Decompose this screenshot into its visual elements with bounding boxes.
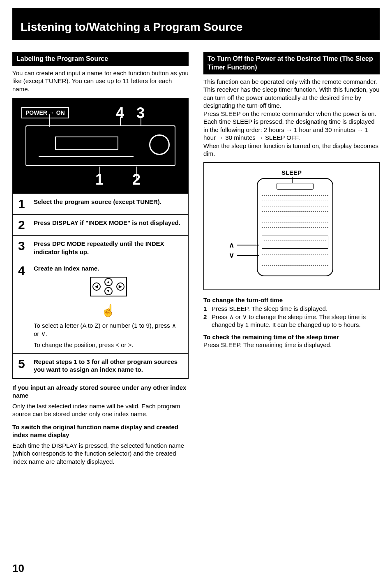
step-4-sub1: To select a letter (A to Z) or number (1… [34, 322, 183, 338]
list-item: 2 Press ∧ or ∨ to change the sleep time.… [203, 313, 380, 329]
remote-outline-icon: ∧ ∨ [257, 178, 333, 276]
note1-body: Only the last selected index name will b… [12, 402, 189, 418]
step-number: 4 [18, 264, 28, 277]
receiver-outline [25, 125, 175, 166]
step-number: 2 [18, 219, 28, 231]
down-symbol: ∨ [229, 251, 234, 260]
down-arrow-icon: ▼ [104, 287, 113, 295]
callout-line [237, 255, 259, 256]
step-text: Press DISPLAY if "INDEX MODE" is not dis… [34, 219, 183, 227]
step-text: Create an index name. ◀ ▶ ▲ ▼ ☝ To selec… [34, 264, 183, 349]
change-time-steps: 1 Press SLEEP. The sleep time is display… [203, 305, 380, 329]
manual-page: Listening to/Watching a Program Source L… [0, 0, 392, 581]
step-number: 3 [18, 240, 28, 252]
list-number: 2 [203, 313, 209, 329]
list-text: Press SLEEP. The sleep time is displayed… [212, 305, 327, 313]
sleep-p3: Press SLEEP on the remote commander when… [203, 110, 380, 142]
step-number: 5 [18, 358, 28, 370]
hand-pointer-icon: ☝ [34, 303, 183, 318]
right-column: To Turn Off the Power at the Desired Tim… [203, 52, 380, 465]
list-item: 1 Press SLEEP. The sleep time is display… [203, 305, 380, 313]
left-arrow-icon: ◀ [92, 282, 101, 291]
note1-heading: If you input an already stored source un… [12, 384, 189, 400]
sleep-label: SLEEP [212, 169, 371, 177]
check-time-heading: To check the remaining time of the sleep… [203, 333, 380, 341]
callout-line [120, 117, 121, 125]
list-number: 1 [203, 305, 209, 313]
step-4: 4 Create an index name. ◀ ▶ ▲ ▼ ☝ To sel… [13, 260, 188, 353]
sleep-p4: When the sleep timer function is turned … [203, 142, 380, 158]
callout-line [237, 245, 259, 245]
right-subheading: To Turn Off the Power at the Desired Tim… [203, 52, 380, 74]
dpad-icon: ◀ ▶ ▲ ▼ [90, 277, 127, 301]
check-time-body: Press SLEEP. The remaining time is displ… [203, 341, 380, 349]
sleep-p1: This function can be operated only with … [203, 78, 380, 86]
step-text: Repeat steps 1 to 3 for all other progra… [34, 358, 183, 374]
remote-display-icon [277, 183, 314, 190]
step-text: Press DPC MODE repeatedly until the INDE… [34, 240, 183, 256]
left-intro-text: You can create and input a name for each… [12, 69, 189, 93]
callout-line [49, 114, 50, 127]
list-text: Press ∧ or ∨ to change the sleep time. T… [212, 313, 380, 329]
page-title: Listening to/Watching a Program Source [12, 8, 380, 40]
two-column-layout: Labeling the Program Source You can crea… [12, 52, 380, 465]
right-arrow-icon: ▶ [116, 282, 125, 291]
callout-line [99, 167, 100, 181]
step-3: 3 Press DPC MODE repeatedly until the IN… [13, 235, 188, 260]
note2-heading: To switch the original function name dis… [12, 423, 189, 439]
power-on-label: POWER → ON [21, 107, 69, 118]
change-time-heading: To change the turn-off time [203, 296, 380, 304]
step-2: 2 Press DISPLAY if "INDEX MODE" is not d… [13, 214, 188, 235]
up-symbol: ∧ [229, 241, 234, 250]
left-subheading: Labeling the Program Source [12, 52, 189, 66]
display-icon [55, 137, 118, 150]
up-arrow-icon: ▲ [104, 278, 113, 286]
note2-body: Each time the DISPLAY is pressed, the se… [12, 442, 189, 466]
volume-knob-icon [149, 134, 170, 155]
procedure-box: POWER → ON 4 3 1 2 [12, 98, 189, 378]
step-4-title: Create an index name. [34, 265, 99, 272]
callout-line [136, 167, 137, 181]
step-1: 1 Select the program source (except TUNE… [13, 193, 188, 214]
sleep-p2: This receiver has the sleep timer functi… [203, 86, 380, 110]
left-column: Labeling the Program Source You can crea… [12, 52, 189, 465]
step-5: 5 Repeat steps 1 to 3 for all other prog… [13, 353, 188, 378]
remote-mid-panel-icon [262, 236, 328, 249]
remote-diagram: SLEEP ∧ ∨ [203, 162, 380, 290]
button-row-icon [39, 156, 134, 162]
page-number: 10 [12, 562, 24, 575]
step-number: 1 [18, 198, 28, 210]
step-text: Select the program source (except TUNER)… [34, 198, 183, 206]
callout-line [141, 117, 141, 125]
step-4-sub2: To change the position, press < or >. [34, 341, 183, 349]
receiver-diagram: POWER → ON 4 3 1 2 [13, 99, 188, 193]
